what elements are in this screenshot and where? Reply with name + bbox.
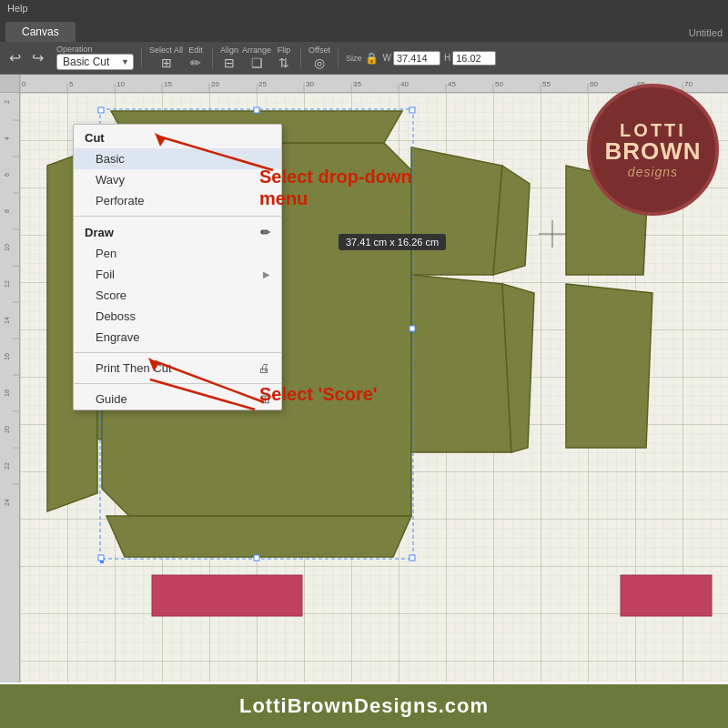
annotation-select-score: Select 'Score' — [259, 384, 378, 405]
logo-designs: designs — [628, 166, 678, 178]
svg-rect-68 — [152, 575, 302, 616]
flip-button[interactable]: ⇅ — [275, 55, 293, 71]
logo: LOTTI BROWN designs — [578, 75, 728, 225]
svg-rect-77 — [410, 555, 415, 561]
svg-text:10: 10 — [4, 244, 10, 251]
print-icon: 🖨 — [258, 361, 270, 375]
menu-item-basic[interactable]: Basic — [74, 148, 281, 169]
menu-item-wavy[interactable]: Wavy — [74, 169, 281, 190]
svg-rect-70 — [98, 107, 104, 113]
arrange-label: Arrange — [242, 46, 271, 55]
width-input[interactable] — [393, 51, 440, 66]
svg-marker-61 — [493, 166, 530, 275]
svg-rect-76 — [254, 555, 259, 561]
svg-text:14: 14 — [4, 317, 10, 324]
svg-marker-59 — [106, 516, 411, 557]
menu-item-engrave[interactable]: Engrave — [74, 327, 281, 348]
annotation-select-dropdown: Select drop-down menu — [259, 166, 412, 209]
offset-label: Offset — [308, 46, 330, 55]
draw-edit-icon: ✏ — [260, 226, 270, 239]
redo-button[interactable]: ↪ — [28, 47, 47, 68]
select-all-button[interactable]: ⊞ — [157, 55, 176, 71]
svg-text:8: 8 — [4, 209, 10, 213]
svg-text:0: 0 — [22, 80, 26, 88]
svg-text:5: 5 — [69, 80, 74, 88]
align-button[interactable]: ⊟ — [220, 55, 238, 71]
svg-text:20: 20 — [4, 426, 10, 433]
svg-text:40: 40 — [400, 80, 409, 88]
svg-text:4: 4 — [4, 136, 10, 140]
size-label: Size — [346, 54, 362, 63]
svg-rect-75 — [98, 555, 104, 561]
menu-item-score[interactable]: Score — [74, 285, 281, 306]
bottom-bar: LottiBrownDesigns.com — [0, 684, 728, 728]
cut-section-header: Cut — [74, 125, 281, 148]
toolbar: ↩ ↪ Operation Basic Cut ▼ Select All ⊞ E… — [0, 42, 728, 75]
dimension-badge: 37.41 cm x 16.26 cm — [339, 234, 446, 250]
w-label: W — [382, 53, 390, 63]
dropdown-menu[interactable]: Cut Basic Wavy Perforate Draw ✏ Pen Foil… — [73, 124, 282, 410]
logo-lotti: LOTTI — [620, 121, 686, 139]
lock-icon: 🔒 — [365, 52, 379, 65]
menu-item-foil[interactable]: Foil ▶ — [74, 264, 281, 285]
edit-button[interactable]: ✏ — [187, 55, 205, 71]
svg-text:22: 22 — [4, 462, 10, 470]
svg-rect-71 — [254, 107, 259, 113]
help-bar: Help — [0, 0, 728, 16]
svg-text:25: 25 — [258, 80, 267, 88]
svg-text:35: 35 — [353, 80, 361, 88]
svg-text:24: 24 — [4, 499, 10, 506]
h-label: H — [444, 53, 450, 63]
svg-text:18: 18 — [4, 389, 10, 397]
logo-brown: BROWN — [604, 139, 701, 163]
svg-text:12: 12 — [4, 280, 10, 288]
align-label: Align — [220, 46, 238, 55]
operation-dropdown[interactable]: Basic Cut ▼ — [56, 54, 134, 70]
svg-text:50: 50 — [495, 80, 503, 88]
svg-marker-60 — [411, 147, 502, 275]
undo-button[interactable]: ↩ — [5, 47, 25, 68]
offset-button[interactable]: ◎ — [310, 55, 329, 71]
edit-label: Edit — [188, 46, 203, 55]
select-all-label: Select All — [149, 46, 183, 55]
svg-rect-69 — [621, 575, 712, 616]
bottom-bar-text: LottiBrownDesigns.com — [239, 694, 489, 718]
svg-text:2: 2 — [4, 100, 10, 104]
foil-arrow-icon: ▶ — [263, 269, 270, 279]
untitled-tab-label: Untitled — [689, 27, 723, 42]
help-label[interactable]: Help — [7, 3, 28, 14]
canvas-tab[interactable]: Canvas — [5, 22, 76, 42]
svg-text:45: 45 — [448, 80, 456, 88]
svg-rect-67 — [100, 560, 104, 563]
svg-text:15: 15 — [164, 80, 172, 88]
canvas-area: 0 5 10 15 20 25 30 35 40 45 50 55 60 — [0, 75, 728, 682]
svg-text:20: 20 — [211, 80, 219, 88]
svg-text:16: 16 — [4, 353, 10, 360]
draw-section-header: Draw ✏ — [74, 221, 281, 243]
svg-marker-65 — [566, 284, 652, 448]
operation-label: Operation — [56, 46, 134, 54]
height-input[interactable] — [452, 51, 496, 66]
svg-marker-62 — [411, 275, 511, 452]
menu-item-pen[interactable]: Pen — [74, 243, 281, 264]
menu-item-guide[interactable]: Guide ⊞ — [74, 389, 281, 410]
svg-text:6: 6 — [4, 173, 10, 177]
menu-item-perforate[interactable]: Perforate — [74, 190, 281, 211]
svg-rect-72 — [410, 107, 415, 113]
tab-bar: Canvas Untitled — [0, 16, 728, 42]
flip-label: Flip — [278, 46, 291, 55]
svg-text:10: 10 — [116, 80, 125, 88]
menu-item-deboss[interactable]: Deboss — [74, 306, 281, 327]
arrange-button[interactable]: ❑ — [248, 55, 267, 71]
left-ruler: 2 4 6 8 10 12 14 16 18 20 22 24 — [0, 75, 20, 682]
svg-marker-63 — [502, 284, 534, 452]
svg-text:55: 55 — [542, 80, 551, 88]
svg-text:30: 30 — [306, 80, 314, 88]
svg-rect-74 — [410, 326, 415, 331]
menu-item-print-then-cut[interactable]: Print Then Cut 🖨 — [74, 358, 281, 379]
ruler-corner — [0, 75, 20, 93]
